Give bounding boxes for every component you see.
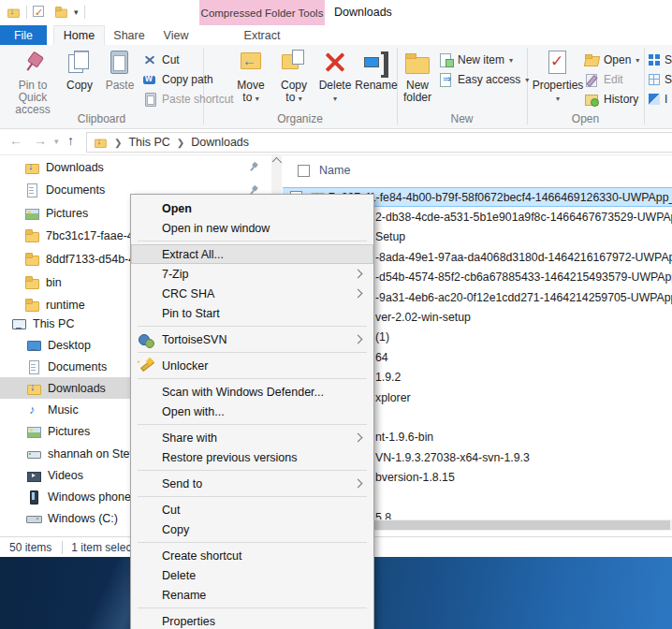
paste-shortcut-button[interactable]: Paste shortcut xyxy=(142,90,234,109)
menu-item-restore-previous-versions[interactable]: Restore previous versions xyxy=(131,447,373,467)
menu-item-7-zip[interactable]: 7-Zip xyxy=(131,264,373,284)
qat-properties-icon[interactable]: ✓ xyxy=(33,6,48,19)
pin-to-quick-access-button[interactable]: Pin to Quickaccess xyxy=(6,49,60,116)
tab-home[interactable]: Home xyxy=(53,25,105,45)
new-folder-icon xyxy=(403,49,431,77)
sidebar-item-label: Windows (C:) xyxy=(48,512,118,525)
tab-extract[interactable]: Extract xyxy=(199,25,325,45)
open-icon xyxy=(584,52,599,67)
move-to-button[interactable]: Moveto ▾ xyxy=(230,49,271,105)
menu-item-delete[interactable]: Delete xyxy=(131,565,373,585)
menu-item-extract-all[interactable]: Extract All... xyxy=(131,244,373,264)
cut-button[interactable]: Cut xyxy=(142,51,180,69)
ribbon-tab-row: File Home Share View Extract xyxy=(0,25,672,45)
breadcrumb-chevron-icon[interactable]: ❯ xyxy=(177,138,184,148)
menu-item-label: Unlocker xyxy=(162,359,208,373)
edit-button[interactable]: Edit xyxy=(584,70,623,89)
menu-item-label: Extract All... xyxy=(162,248,224,261)
menu-item-create-shortcut[interactable]: Create shortcut xyxy=(131,546,373,565)
copy-to-button[interactable]: Copyto ▾ xyxy=(273,49,314,105)
recent-locations-chevron-icon[interactable]: ▾ xyxy=(54,137,59,146)
copy-path-button[interactable]: Copy path xyxy=(142,70,213,89)
sidebar-item-label: 8ddf7133-d54b-45 xyxy=(46,253,141,266)
phone-icon xyxy=(26,490,41,505)
qat-customize-chevron-icon[interactable]: ▾ xyxy=(74,8,79,17)
rename-button[interactable]: Rename xyxy=(354,49,399,92)
new-item-button[interactable]: New item▾ xyxy=(438,51,513,69)
menu-item-crc-sha[interactable]: CRC SHA xyxy=(131,284,373,303)
menu-item-send-to[interactable]: Send to xyxy=(131,474,373,493)
select-all-button[interactable]: S xyxy=(649,51,672,69)
paste-button[interactable]: Paste xyxy=(99,49,140,92)
delete-button[interactable]: Delete▾ xyxy=(316,49,354,105)
rename-icon xyxy=(362,49,390,77)
copy-button[interactable]: Copy xyxy=(61,49,98,92)
menu-separator xyxy=(138,241,367,241)
menu-item-pin-to-start[interactable]: Pin to Start xyxy=(131,303,373,323)
history-button[interactable]: History xyxy=(584,90,638,109)
easy-access-icon xyxy=(438,72,453,87)
menu-item-label: Properties xyxy=(162,615,215,628)
file-name-fragment: xplorer xyxy=(375,391,411,404)
breadcrumb-this-pc[interactable]: This PC xyxy=(128,136,169,149)
qat-folder-icon[interactable] xyxy=(54,6,67,19)
menu-item-tortoisesvn[interactable]: TortoiseSVN xyxy=(131,329,373,349)
delete-icon xyxy=(321,49,349,77)
new-folder-button[interactable]: Newfolder xyxy=(397,49,438,104)
music-icon xyxy=(26,402,41,417)
menu-item-rename[interactable]: Rename xyxy=(131,585,373,605)
tab-view[interactable]: View xyxy=(153,25,198,45)
menu-item-open-in-new-window[interactable]: Open in new window xyxy=(131,218,373,238)
open-button[interactable]: Open▾ xyxy=(584,51,639,69)
file-name-fragment: bversion-1.8.15 xyxy=(375,471,455,484)
qat-downloads-icon[interactable] xyxy=(7,6,20,19)
sidebar-item-label: Pictures xyxy=(46,207,88,220)
name-column-header[interactable]: Name xyxy=(298,161,350,180)
select-all-icon xyxy=(649,54,660,66)
menu-item-unlocker[interactable]: Unlocker xyxy=(131,356,373,375)
new-item-icon xyxy=(438,52,453,67)
menu-item-properties[interactable]: Properties xyxy=(131,611,373,629)
sidebar-item-label: Pictures xyxy=(48,425,90,438)
tortoisesvn-icon xyxy=(139,331,154,347)
file-name-fragment: 1.9.2 xyxy=(375,371,401,384)
video-icon xyxy=(26,468,41,483)
menu-item-share-with[interactable]: Share with xyxy=(131,428,373,447)
menu-item-open[interactable]: Open xyxy=(131,198,373,218)
sidebar-item-label: runtime xyxy=(46,299,85,312)
menu-item-label: Share with xyxy=(162,432,217,445)
sidebar-item-downloads[interactable]: Downloads xyxy=(0,156,271,178)
invert-selection-button[interactable]: I xyxy=(649,90,667,109)
menu-item-label: Restore previous versions xyxy=(162,451,298,464)
breadcrumb-chevron-icon[interactable]: ❯ xyxy=(114,138,122,148)
up-button[interactable]: ↑ xyxy=(67,133,74,148)
address-bar[interactable]: ❯ This PC ❯ Downloads xyxy=(86,132,672,153)
select-all-checkbox[interactable] xyxy=(298,165,310,177)
easy-access-button[interactable]: Easy access▾ xyxy=(438,70,529,89)
tab-share[interactable]: Share xyxy=(105,25,153,45)
pictures-icon xyxy=(26,424,41,439)
dropdown-caret: ▾ xyxy=(556,95,560,103)
context-menu: OpenOpen in new windowExtract All...7-Zi… xyxy=(130,194,374,629)
menu-item-open-with[interactable]: Open with... xyxy=(131,402,373,421)
breadcrumb-downloads[interactable]: Downloads xyxy=(191,136,249,149)
folder-icon xyxy=(24,252,39,267)
menu-item-copy[interactable]: Copy xyxy=(131,519,373,539)
select-none-button[interactable]: S xyxy=(649,70,672,89)
menu-item-cut[interactable]: Cut xyxy=(131,500,373,519)
menu-item-scan-with-windows-defender[interactable]: Scan with Windows Defender... xyxy=(131,382,373,402)
cut-icon xyxy=(142,52,157,67)
menu-item-label: Open xyxy=(162,202,192,215)
back-button[interactable]: ← xyxy=(9,133,22,148)
copy-icon xyxy=(66,49,94,77)
submenu-chevron-icon xyxy=(354,479,363,489)
history-icon xyxy=(584,92,599,107)
file-name-fragment: -d54b-4574-85f2-cb6a67885433-14642154935… xyxy=(375,271,672,284)
pin-icon xyxy=(246,160,260,174)
tab-file[interactable]: File xyxy=(0,25,47,45)
forward-button[interactable]: → xyxy=(34,133,47,148)
properties-button[interactable]: Properties▾ xyxy=(533,49,582,105)
menu-item-label: Create shortcut xyxy=(162,549,241,563)
dropdown-caret: ▾ xyxy=(299,95,302,103)
submenu-chevron-icon xyxy=(354,270,363,279)
